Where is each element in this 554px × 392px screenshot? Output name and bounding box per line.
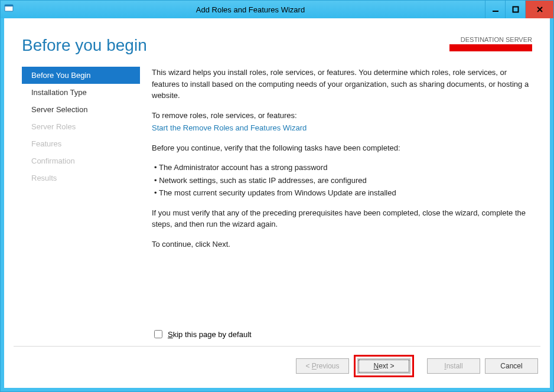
nav-results: Results [22, 169, 140, 187]
skip-row: Skip this page by default [4, 328, 550, 346]
svg-rect-1 [5, 5, 13, 6]
must-verify-text: If you must verify that any of the prece… [152, 207, 532, 230]
prerequisite-item: The most current security updates from W… [154, 187, 532, 199]
verify-heading: Before you continue, verify that the fol… [152, 142, 532, 154]
nav-confirmation: Confirmation [22, 152, 140, 169]
destination-server-label: DESTINATION SERVER [449, 36, 532, 43]
app-icon [4, 4, 16, 15]
nav-server-roles: Server Roles [22, 118, 140, 135]
skip-label[interactable]: Skip this page by default [168, 330, 252, 339]
skip-checkbox[interactable] [154, 330, 162, 338]
remove-heading: To remove roles, role services, or featu… [152, 110, 532, 122]
remove-wizard-link[interactable]: Start the Remove Roles and Features Wiza… [152, 123, 307, 132]
cancel-button[interactable]: Cancel [485, 358, 538, 374]
header: Before you begin DESTINATION SERVER [4, 18, 550, 55]
window-body: Before you begin DESTINATION SERVER Befo… [1, 18, 553, 391]
prerequisite-item: The Administrator account has a strong p… [154, 162, 532, 174]
previous-button: < Previous [296, 358, 349, 374]
window-title: Add Roles and Features Wizard [16, 5, 485, 14]
nav-features: Features [22, 135, 140, 152]
nav-server-selection[interactable]: Server Selection [22, 101, 140, 118]
wizard-nav: Before You Begin Installation Type Serve… [22, 67, 140, 328]
nav-installation-type[interactable]: Installation Type [22, 84, 140, 101]
page-title: Before you begin [22, 36, 147, 55]
prerequisite-item: Network settings, such as static IP addr… [154, 175, 532, 187]
window-controls [485, 1, 553, 18]
button-row: < Previous Next > Install Cancel [4, 347, 550, 388]
body: Before You Begin Installation Type Serve… [4, 55, 550, 328]
nav-before-you-begin[interactable]: Before You Begin [22, 67, 140, 84]
maximize-button[interactable] [505, 1, 525, 18]
prerequisite-list: The Administrator account has a strong p… [152, 162, 532, 199]
minimize-button[interactable] [485, 1, 505, 18]
svg-rect-3 [513, 7, 518, 12]
titlebar: Add Roles and Features Wizard [1, 1, 553, 18]
svg-rect-2 [493, 11, 498, 12]
close-button[interactable] [525, 1, 553, 18]
continue-text: To continue, click Next. [152, 239, 532, 250]
next-button-highlight: Next > [354, 355, 414, 377]
install-button: Install [427, 358, 480, 374]
intro-text: This wizard helps you install roles, rol… [152, 67, 532, 102]
next-button[interactable]: Next > [357, 358, 410, 374]
destination-server-block: DESTINATION SERVER [449, 36, 532, 51]
content-pane: This wizard helps you install roles, rol… [140, 67, 532, 328]
destination-server-name-redacted [449, 44, 532, 51]
wizard-window: Add Roles and Features Wizard Before you… [0, 0, 554, 392]
